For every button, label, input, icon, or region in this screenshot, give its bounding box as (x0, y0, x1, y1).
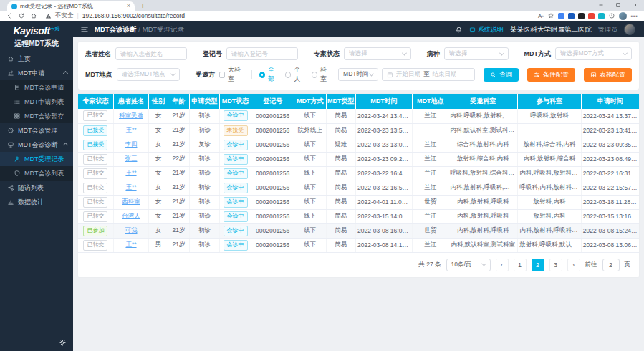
back-icon[interactable] (6, 12, 13, 19)
cell-mdt-type: 简易 (326, 152, 355, 166)
sidebar-item-mdt-apply-list[interactable]: MDT申请列表 (0, 95, 73, 109)
sidebar-item-mdt-consult-draft[interactable]: MDT会诊暂存 (0, 109, 73, 123)
patient-name-input[interactable] (115, 47, 187, 60)
url-box[interactable]: 不安全 | 192.168.0.156:9002/consultate/reco… (42, 11, 533, 20)
user-avatar[interactable] (624, 24, 635, 35)
sidebar-item-mdt-consult-list[interactable]: MDT会诊列表 (0, 166, 73, 181)
date-range-picker[interactable]: 开始日期 至 结束日期 (382, 68, 475, 81)
sidebar-item-mdt-consult-apply[interactable]: MDT会诊申请 (0, 80, 73, 95)
column-header: MDT时间 (356, 94, 413, 109)
cell-apply-time: 2022-03-23 08:49:53 (581, 152, 639, 166)
sidebar-item-mdt-apply[interactable]: MDT申请 (0, 66, 73, 80)
filter-panel: 患者姓名 登记号 专家状态 请选择 病种 请选择 MDT方式 请选择MDT方式 (78, 42, 639, 90)
cell-expert-status: 已转交 (78, 209, 113, 223)
cell-joined-depts: 呼吸科,内科,放射科,影像科 (518, 181, 581, 195)
menu-dots-icon[interactable]: ⋯ (630, 12, 638, 20)
big-dept-checkbox[interactable]: 大科室 (219, 65, 244, 84)
cell-patient-name: 王** (113, 123, 148, 138)
mdt-status-tag: 会诊中 (224, 240, 248, 251)
chevron-down-icon (402, 50, 407, 55)
patient-name-link[interactable]: 王** (125, 126, 136, 133)
radio-dept[interactable]: 科室 (312, 65, 331, 84)
cell-patient-name: 可我 (113, 223, 148, 238)
mdt-status-tag: 会诊中 (224, 168, 248, 179)
sidebar-item-mdt-manage[interactable]: MDT会诊管理 (0, 123, 73, 138)
radio-icon (312, 72, 317, 78)
next-page-button[interactable]: › (567, 259, 580, 271)
radio-icon (259, 72, 265, 78)
radio-icon (285, 72, 291, 78)
page-size-select[interactable]: 10条/页 (446, 259, 491, 271)
browser-tab[interactable]: mdt受理记录 - 远程MDT系统 × (7, 1, 135, 11)
prev-page-button[interactable]: ‹ (496, 259, 509, 271)
collapse-menu-icon[interactable] (80, 25, 89, 34)
chevron-down-icon (481, 261, 486, 266)
cell-age: 21岁 (168, 166, 190, 181)
patient-name-link[interactable]: 张三 (125, 155, 137, 162)
system-help-link[interactable]: 系统说明 (469, 25, 504, 34)
sidebar-item-mdt-record[interactable]: MDT受理记录 (0, 152, 73, 166)
table-config-button[interactable]: 表格配置 (584, 68, 632, 82)
condition-config-button[interactable]: 条件配置 (527, 68, 575, 82)
sidebar-item-followup-list[interactable]: 随访列表 (0, 181, 73, 195)
search-button[interactable]: 查询 (484, 68, 519, 82)
page-button-2[interactable]: 2 (532, 259, 544, 271)
patient-name-link[interactable]: 台湾人 (122, 212, 140, 219)
breadcrumb-parent[interactable]: MDT会诊诊断 (95, 25, 137, 33)
bookmark-star-icon[interactable] (547, 12, 554, 19)
cell-mdt-place: 兰江 (413, 209, 448, 223)
read-aloud-icon[interactable]: A» (538, 13, 544, 19)
cell-apply-time: 2022-03-22 16:31:36 (581, 166, 639, 181)
table-row: 已转交王**女21岁初诊会诊中0002001256线下简易2022-03-22 … (78, 166, 639, 181)
page-button-3[interactable]: 3 (549, 259, 562, 271)
extension-icon-5[interactable] (598, 13, 605, 19)
sync-icon[interactable] (608, 12, 615, 19)
cell-mdt-mode: 院外线上 (294, 123, 326, 138)
patient-name-link[interactable]: 王** (125, 241, 136, 248)
settings-gear-icon[interactable] (59, 338, 67, 347)
sidebar-item-label: MDT受理记录 (24, 155, 64, 164)
cell-mdt-time: 2022-03-08 16:00:00 (356, 223, 413, 238)
patient-name-link[interactable]: 王** (125, 183, 136, 191)
extension-icon-2[interactable] (568, 13, 575, 19)
patient-name-link[interactable]: 王** (125, 169, 136, 176)
cell-joined-depts: 放射科,内科 (518, 209, 581, 223)
page-button-1[interactable]: 1 (514, 259, 527, 271)
tab-close-icon[interactable]: × (127, 3, 130, 9)
patient-name-link[interactable]: 西科室 (122, 198, 140, 205)
cell-apply-time: 2022-03-08 15:24:58 (581, 223, 639, 238)
mdt-mode-select[interactable]: 请选择MDT方式 (555, 47, 632, 60)
profile-avatar[interactable] (619, 12, 627, 20)
patient-name-link[interactable]: 科室受邀 (119, 112, 143, 119)
results-table-card: 专家状态患者姓名性别年龄申请类型MDT状态登记号MDT方式MDT类型MDT时间M… (78, 94, 639, 277)
reload-icon[interactable] (18, 12, 25, 19)
patient-name-link[interactable]: 可我 (125, 226, 137, 234)
register-no-input[interactable] (226, 47, 298, 60)
mdt-time-select[interactable]: MDT时间 (338, 68, 378, 81)
extension-icon-4[interactable] (588, 13, 595, 19)
new-tab-button[interactable]: + (140, 1, 145, 11)
goto-page-input[interactable] (602, 259, 620, 271)
cell-apply-time: 2022-03-22 15:57:03 (581, 181, 639, 195)
extension-icon-1[interactable] (558, 13, 564, 19)
cell-mdt-status: 会诊中 (219, 152, 251, 166)
disease-select[interactable]: 请选择 (444, 47, 509, 60)
notification-bell-icon[interactable] (455, 26, 463, 34)
cell-patient-name: 王** (113, 166, 148, 181)
extension-icon-3[interactable] (578, 13, 585, 19)
sidebar-item-mdt-diagnose[interactable]: MDT会诊诊断 (0, 138, 73, 152)
radio-all[interactable]: 全部 (259, 65, 279, 84)
minimize-button[interactable] (592, 0, 610, 10)
radio-personal[interactable]: 个人 (285, 65, 304, 84)
cell-mdt-time: 2022-03-24 13:40:00 (356, 109, 413, 123)
table-row: 已转交台湾人女21岁初诊会诊中0002001256线下简易2022-03-15 … (78, 209, 639, 223)
close-window-button[interactable] (627, 0, 644, 10)
patient-name-link[interactable]: 李四 (125, 140, 137, 148)
mdt-status-tag: 会诊中 (224, 140, 248, 150)
sidebar-item-home[interactable]: 主页 (0, 52, 73, 66)
maximize-button[interactable] (610, 0, 627, 10)
home-icon[interactable] (30, 12, 37, 19)
sidebar-item-statistics[interactable]: 数据统计 (0, 195, 73, 209)
expert-status-select[interactable]: 请选择 (344, 47, 411, 60)
mdt-place-select[interactable]: 请选择MDT地点 (117, 68, 181, 81)
